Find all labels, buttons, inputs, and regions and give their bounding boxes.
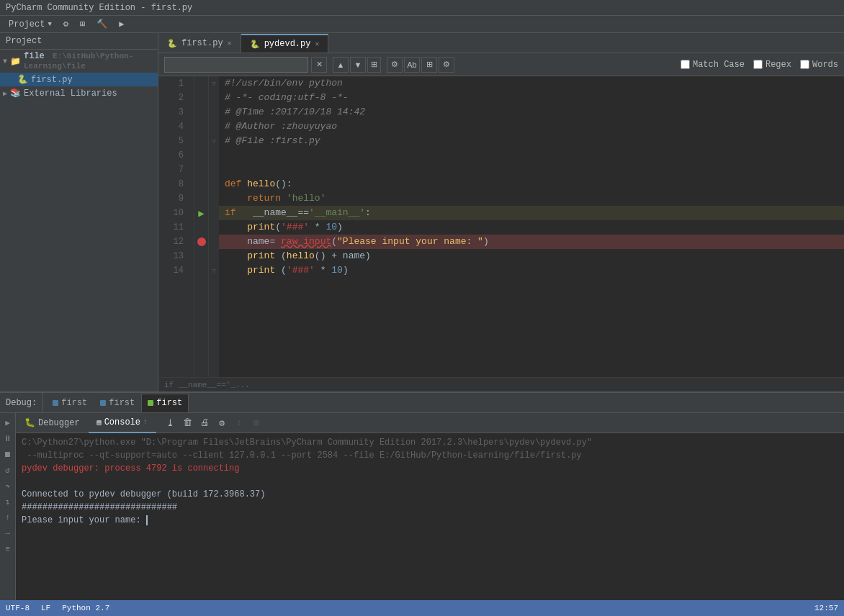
collapse-5[interactable]: ▽ [209, 134, 219, 148]
line-num-12: 12 [158, 235, 188, 249]
pause-icon[interactable]: ⏸ [1, 432, 14, 445]
project-dropdown[interactable]: Project ▼ [3, 18, 58, 31]
sidebar-item-ext-libs[interactable]: ▶ 📚 External Libraries [0, 86, 158, 100]
words-option[interactable]: Words [800, 60, 838, 70]
code-line-12: name= raw_input("Please input your name:… [219, 235, 844, 249]
collapse-4 [209, 119, 219, 134]
match-case-checkbox[interactable] [681, 60, 690, 69]
step-into-icon[interactable]: ↴ [1, 495, 14, 508]
chevron-down-icon: ▼ [3, 58, 7, 65]
collapse-gutter: ▽ ▽ ▽ [209, 76, 219, 377]
status-line-sep: LF [41, 604, 50, 612]
debug-tab-first3[interactable]: first [141, 394, 189, 412]
console-pin-icon[interactable]: ↑ [143, 418, 148, 426]
collapse-6 [209, 148, 219, 163]
rerun-icon[interactable]: ↺ [1, 463, 14, 476]
search-find-all-btn[interactable]: ⊞ [367, 57, 381, 73]
console-line-blank [22, 475, 838, 488]
python-icon: 🐍 [167, 39, 177, 48]
search-tool-1[interactable]: ⚙ [387, 57, 403, 73]
debug-tab-first1[interactable]: first [46, 394, 94, 412]
search-next-btn[interactable]: ▼ [350, 57, 366, 73]
step-over-icon[interactable]: ↷ [1, 479, 14, 492]
breakpoint-icon[interactable] [197, 237, 206, 246]
print-btn[interactable]: 🖨 [197, 415, 212, 431]
regex-checkbox[interactable] [753, 60, 763, 69]
code-editor: 1 2 3 4 5 6 7 8 9 10 11 12 13 14 [158, 76, 844, 377]
line-num-10: 10 [158, 206, 188, 220]
debug-tab-first2[interactable]: first [94, 394, 141, 412]
status-encoding: UTF-8 [6, 604, 30, 612]
gutter-line-8 [194, 177, 208, 191]
tab-first-py[interactable]: 🐍 first.py ✕ [158, 34, 241, 53]
console-line-info2: Connected to pydev debugger (build 172.3… [22, 488, 838, 501]
gutter-line-12-bp[interactable] [194, 235, 208, 249]
search-tool-3[interactable]: ⊞ [421, 57, 437, 73]
gutter-line-4 [194, 119, 208, 134]
first-py-label: first.py [31, 75, 73, 85]
sidebar-item-root[interactable]: ▼ 📁 file E:\GitHub\Python-Learning\file [0, 50, 158, 73]
words-label: Words [812, 60, 838, 70]
first-tab2-label: first [109, 398, 135, 408]
ext-libs-label: External Libraries [24, 89, 117, 99]
gutter-line-7 [194, 163, 208, 177]
console-line-cmd2: --multiproc --qt-support=auto --client 1… [22, 449, 838, 462]
bottom-left-icons: ▶ ⏸ ⏹ ↺ ↷ ↴ ↑ → ≡ [0, 413, 16, 600]
console-area: 🐛 Debugger ▤ Console ↑ ⤓ 🗑 🖨 ⚙ ↕ ⊞ [16, 413, 844, 600]
sidebar-item-first-py[interactable]: 🐍 first.py [0, 73, 158, 86]
status-right: 12:57 [814, 604, 838, 612]
step-out-icon[interactable]: ↑ [1, 511, 14, 524]
layout-icon[interactable]: ⊞ [74, 17, 91, 31]
search-tool-2[interactable]: Ab [404, 57, 420, 73]
code-line-14: print ('###' * 10) [219, 263, 844, 278]
search-tool-4[interactable]: ⚙ [439, 57, 454, 73]
line-num-8: 8 [158, 177, 188, 191]
console-tab[interactable]: ▤ Console ↑ [89, 413, 156, 433]
collapse-14[interactable]: ▽ [209, 263, 219, 278]
tab-pydevd-py[interactable]: 🐍 pydevd.py ✕ [241, 34, 329, 53]
ext-libs-icon: 📚 [10, 88, 21, 99]
search-close-btn[interactable]: ✕ [311, 57, 327, 73]
code-line-13: print (hello() + name) [219, 249, 844, 263]
resume-icon[interactable]: ▶ [1, 416, 14, 429]
console-label: Console [104, 417, 140, 427]
stop-icon[interactable]: ⏹ [1, 448, 14, 461]
sidebar-item-label: file E:\GitHub\Python-Learning\file [24, 51, 152, 71]
regex-option[interactable]: Regex [753, 60, 791, 70]
python-icon-2: 🐍 [250, 40, 260, 49]
close-icon[interactable]: ✕ [228, 39, 232, 47]
gutter-line-11 [194, 220, 208, 235]
line-num-13: 13 [158, 249, 188, 263]
gutter-line-13 [194, 249, 208, 263]
clear-console-btn[interactable]: 🗑 [179, 415, 195, 431]
console-line-cmd1: C:\Python27\python.exe "D:\Program Files… [22, 436, 838, 449]
code-line-4: # @Author :zhouyuyao [219, 119, 844, 134]
scroll-to-end-btn[interactable]: ⤓ [162, 415, 178, 431]
python-file-icon: 🐍 [17, 74, 28, 85]
collapse-7 [209, 163, 219, 177]
search-prev-btn[interactable]: ▲ [333, 57, 349, 73]
code-content[interactable]: #!/usr/bin/env python # -*- coding:utf-8… [219, 76, 844, 377]
fold-all-btn[interactable]: ↕ [231, 415, 247, 431]
match-case-option[interactable]: Match Case [681, 60, 745, 70]
evaluate-icon[interactable]: ≡ [1, 543, 14, 556]
chevron-right-icon: ▶ [3, 89, 7, 98]
debugger-label: Debugger [38, 418, 80, 428]
console-output[interactable]: C:\Python27\python.exe "D:\Program Files… [16, 433, 844, 600]
settings-icon[interactable]: ⚙ [58, 17, 74, 31]
debugger-tab[interactable]: 🐛 Debugger [16, 413, 89, 433]
build-icon[interactable]: 🔨 [91, 17, 113, 31]
line-num-4: 4 [158, 119, 188, 134]
words-checkbox[interactable] [800, 60, 809, 69]
run-to-cursor-icon[interactable]: → [1, 527, 14, 540]
unfold-all-btn[interactable]: ⊞ [248, 415, 264, 431]
gutter-line-3 [194, 105, 208, 119]
editor-context-label: if __name__=='_... [164, 381, 250, 389]
settings-console-btn[interactable]: ⚙ [214, 415, 230, 431]
search-input[interactable] [164, 57, 308, 73]
collapse-1[interactable]: ▽ [209, 76, 219, 91]
close-icon-2[interactable]: ✕ [315, 40, 319, 48]
sidebar-project-label: Project [6, 36, 42, 46]
collapse-13 [209, 249, 219, 263]
run-icon[interactable]: ▶ [113, 17, 130, 31]
